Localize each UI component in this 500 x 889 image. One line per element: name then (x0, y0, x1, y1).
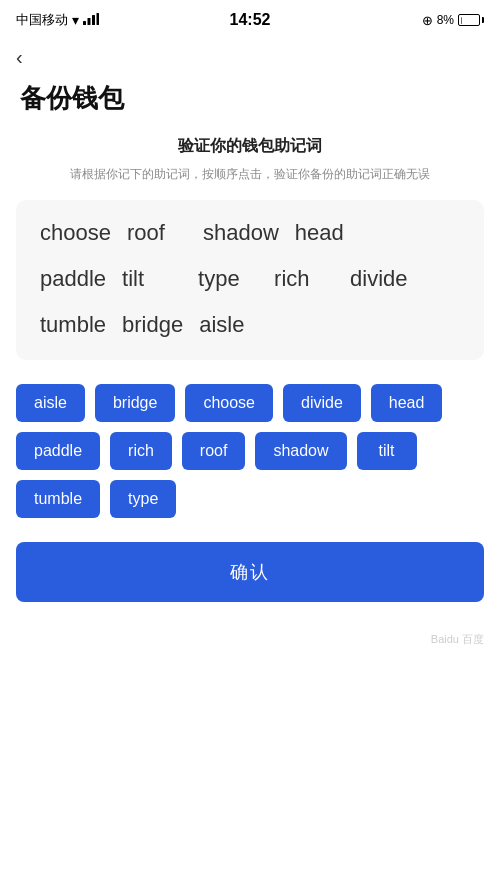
word-display-item: aisle (199, 312, 259, 338)
svg-rect-2 (92, 15, 95, 25)
battery-icon (458, 14, 484, 26)
word-select-button[interactable]: bridge (95, 384, 175, 422)
word-select-button[interactable]: roof (182, 432, 246, 470)
word-display-item: roof (127, 220, 187, 246)
word-display-box: chooseroofshadowheadpaddletilttyperichdi… (16, 200, 484, 360)
status-right: ⊕ 8% (422, 13, 484, 28)
section-desc: 请根据你记下的助记词，按顺序点击，验证你备份的助记词正确无误 (0, 165, 500, 184)
battery-cap (482, 17, 484, 23)
word-select-button[interactable]: choose (185, 384, 273, 422)
status-left: 中国移动 ▾ (16, 11, 99, 29)
word-select-button[interactable]: tumble (16, 480, 100, 518)
word-display-item: tumble (40, 312, 106, 338)
word-display-item: bridge (122, 312, 183, 338)
word-row: paddletilttyperichdivide (40, 266, 460, 292)
back-button[interactable]: ‹ (0, 36, 500, 73)
word-display-item: type (198, 266, 258, 292)
word-display-item: shadow (203, 220, 279, 246)
word-display-item: head (295, 220, 355, 246)
status-bar: 中国移动 ▾ 14:52 ⊕ 8% (0, 0, 500, 36)
battery-body (458, 14, 480, 26)
time-display: 14:52 (230, 11, 271, 29)
page-title: 备份钱包 (0, 73, 500, 136)
word-display-item: tilt (122, 266, 182, 292)
word-select-button[interactable]: tilt (357, 432, 417, 470)
word-row: chooseroofshadowhead (40, 220, 460, 246)
section-title: 验证你的钱包助记词 (0, 136, 500, 157)
confirm-button[interactable]: 确认 (16, 542, 484, 602)
watermark: Baidu 百度 (0, 602, 500, 657)
word-select-button[interactable]: head (371, 384, 443, 422)
satellite-icon: ⊕ (422, 13, 433, 28)
word-buttons-area: aislebridgechoosedivideheadpaddlerichroo… (16, 384, 484, 518)
signal-icon (83, 13, 99, 28)
word-row: tumblebridgeaisle (40, 312, 460, 338)
word-display-item: paddle (40, 266, 106, 292)
battery-fill (461, 17, 462, 24)
carrier-label: 中国移动 (16, 11, 68, 29)
svg-rect-0 (83, 21, 86, 25)
word-select-button[interactable]: aisle (16, 384, 85, 422)
word-display-item: rich (274, 266, 334, 292)
word-display-item: choose (40, 220, 111, 246)
word-select-button[interactable]: divide (283, 384, 361, 422)
word-select-button[interactable]: shadow (255, 432, 346, 470)
word-select-button[interactable]: paddle (16, 432, 100, 470)
back-arrow-icon: ‹ (16, 46, 23, 68)
svg-rect-1 (88, 18, 91, 25)
confirm-area: 确认 (16, 542, 484, 602)
word-select-button[interactable]: type (110, 480, 176, 518)
word-display-item: divide (350, 266, 410, 292)
svg-rect-3 (97, 13, 100, 25)
word-select-button[interactable]: rich (110, 432, 172, 470)
wifi-icon: ▾ (72, 12, 79, 28)
battery-percent: 8% (437, 13, 454, 27)
